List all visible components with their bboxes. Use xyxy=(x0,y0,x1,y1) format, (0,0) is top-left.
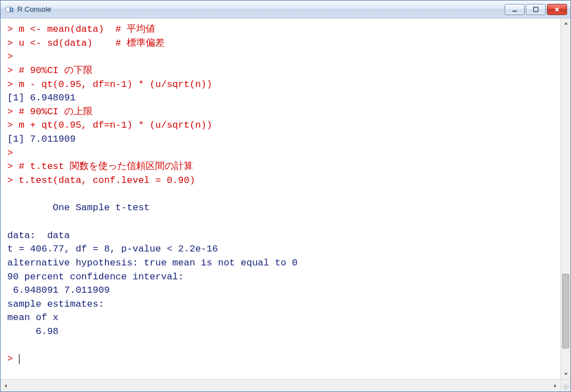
console-line: sample estimates: xyxy=(7,299,104,309)
window-controls xyxy=(505,4,567,15)
console-line: 6.948091 7.011909 xyxy=(7,285,110,296)
console-line: 90 percent confidence interval: xyxy=(7,272,184,282)
grip-icon xyxy=(564,385,569,390)
content-wrap: > m <- mean(data) # 平均値 > u <- sd(data) … xyxy=(1,18,570,391)
scroll-right-arrow-icon[interactable] xyxy=(550,381,560,391)
minimize-button[interactable] xyxy=(505,4,525,15)
console-line: > # t.test 関数を使った信頼区間の計算 xyxy=(7,161,193,172)
console-line: [1] 6.948091 xyxy=(7,93,75,103)
svg-rect-4 xyxy=(534,7,538,12)
scroll-down-arrow-icon[interactable] xyxy=(561,369,570,379)
console-line: > xyxy=(7,148,13,158)
console-line: 6.98 xyxy=(7,326,64,337)
console-line: > m + qt(0.95, df=n-1) * (u/sqrt(n)) xyxy=(7,120,212,130)
vscroll-thumb[interactable] xyxy=(562,274,569,349)
console-line: > t.test(data, conf.level = 0.90) xyxy=(7,175,195,186)
text-cursor xyxy=(19,354,20,364)
console-line: One Sample t-test xyxy=(7,202,150,213)
console-line: > # 90%CI の上限 xyxy=(7,107,93,117)
console-line: [1] 7.011909 xyxy=(7,134,75,144)
vertical-scrollbar[interactable] xyxy=(560,18,570,379)
console-line: > # 90%CI の下限 xyxy=(7,65,93,76)
horizontal-scrollbar[interactable] xyxy=(1,379,560,391)
resize-grip[interactable] xyxy=(560,379,570,391)
console-line: > m - qt(0.95, df=n-1) * (u/sqrt(n)) xyxy=(7,79,212,90)
console-line: > m <- mean(data) # 平均値 xyxy=(7,24,155,35)
titlebar[interactable]: R R Console xyxy=(1,1,570,18)
console-line: mean of x xyxy=(7,312,64,323)
svg-rect-3 xyxy=(512,11,517,12)
window-title: R Console xyxy=(17,5,505,13)
console-line: t = 406.77, df = 8, p-value < 2.2e-16 xyxy=(7,244,218,254)
console-prompt[interactable]: > xyxy=(7,354,20,364)
console-line: > u <- sd(data) # 標準偏差 xyxy=(7,38,165,49)
r-console-window: R R Console > m <- mean(data) # 平均値 > u … xyxy=(0,0,571,392)
console-output[interactable]: > m <- mean(data) # 平均値 > u <- sd(data) … xyxy=(1,18,570,391)
console-line: > xyxy=(7,51,13,62)
scroll-up-arrow-icon[interactable] xyxy=(561,18,570,28)
scroll-left-arrow-icon[interactable] xyxy=(1,381,11,391)
svg-text:R: R xyxy=(9,7,14,13)
maximize-button[interactable] xyxy=(526,4,546,15)
console-line: alternative hypothesis: true mean is not… xyxy=(7,258,298,268)
r-app-icon: R xyxy=(4,4,14,14)
console-line: data: data xyxy=(7,230,70,241)
close-button[interactable] xyxy=(547,4,567,15)
vscroll-track[interactable] xyxy=(561,28,570,369)
